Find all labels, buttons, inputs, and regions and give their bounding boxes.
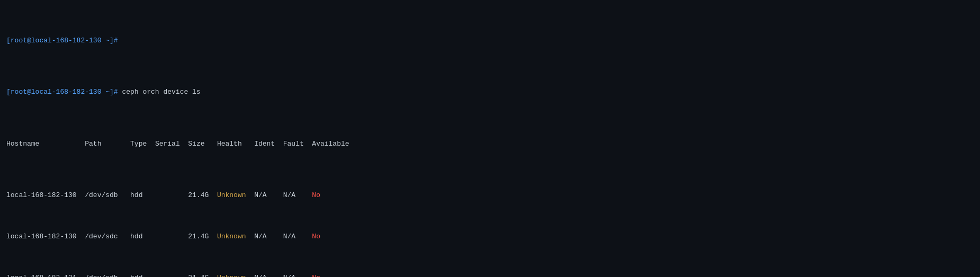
row1-hostname: local-168-182-130 <box>6 233 85 240</box>
row1-type: hdd <box>130 233 155 240</box>
header-hostname: Hostname <box>6 140 85 148</box>
row2-fault: N/A <box>283 274 312 277</box>
header-health: Health <box>217 140 254 148</box>
row0-path: /dev/sdb <box>85 191 130 199</box>
row2-health: Unknown <box>217 274 254 277</box>
row0-type: hdd <box>130 191 155 199</box>
simple-row-2: local-168-182-131 /dev/sdb hdd 21.4G Unk… <box>6 273 974 277</box>
row2-ident: N/A <box>254 274 283 277</box>
prompt-line-1: [root@local-168-182-130 ~]# <box>6 35 974 46</box>
header-size: Size <box>188 140 217 148</box>
row2-size: 21.4G <box>155 274 217 277</box>
row1-fault: N/A <box>283 233 312 240</box>
row1-health: Unknown <box>217 233 254 240</box>
prompt-2: [root@local-168-182-130 ~]# <box>6 88 118 96</box>
row0-ident: N/A <box>254 191 283 199</box>
cmd-1 <box>118 37 122 44</box>
row1-size: 21.4G <box>155 233 217 240</box>
row2-type: hdd <box>130 274 155 277</box>
simple-row-1: local-168-182-130 /dev/sdc hdd 21.4G Unk… <box>6 231 974 242</box>
prompt-line-2: [root@local-168-182-130 ~]# ceph orch de… <box>6 87 974 97</box>
row0-available: No <box>312 191 320 199</box>
header-path: Path <box>85 140 130 148</box>
row0-health: Unknown <box>217 191 254 199</box>
header-fault: Fault <box>283 140 312 148</box>
header-available: Available <box>312 140 349 148</box>
terminal-window: [root@local-168-182-130 ~]# [root@local-… <box>6 4 974 277</box>
row1-ident: N/A <box>254 233 283 240</box>
header-ident: Ident <box>254 140 283 148</box>
row2-path: /dev/sdb <box>85 274 130 277</box>
row0-fault: N/A <box>283 191 312 199</box>
simple-row-0: local-168-182-130 /dev/sdb hdd 21.4G Unk… <box>6 190 974 201</box>
row2-available: No <box>312 274 320 277</box>
row1-available: No <box>312 233 320 240</box>
header-serial: Serial <box>155 140 188 148</box>
prompt-1: [root@local-168-182-130 ~]# <box>6 37 118 44</box>
row0-size: 21.4G <box>155 191 217 199</box>
row2-hostname: local-168-182-131 <box>6 274 85 277</box>
cmd-2: ceph orch device ls <box>118 88 201 96</box>
header-type: Type <box>130 140 155 148</box>
row0-hostname: local-168-182-130 <box>6 191 85 199</box>
simple-table-header: Hostname Path Type Serial Size Health Id… <box>6 139 974 149</box>
row1-path: /dev/sdc <box>85 233 130 240</box>
